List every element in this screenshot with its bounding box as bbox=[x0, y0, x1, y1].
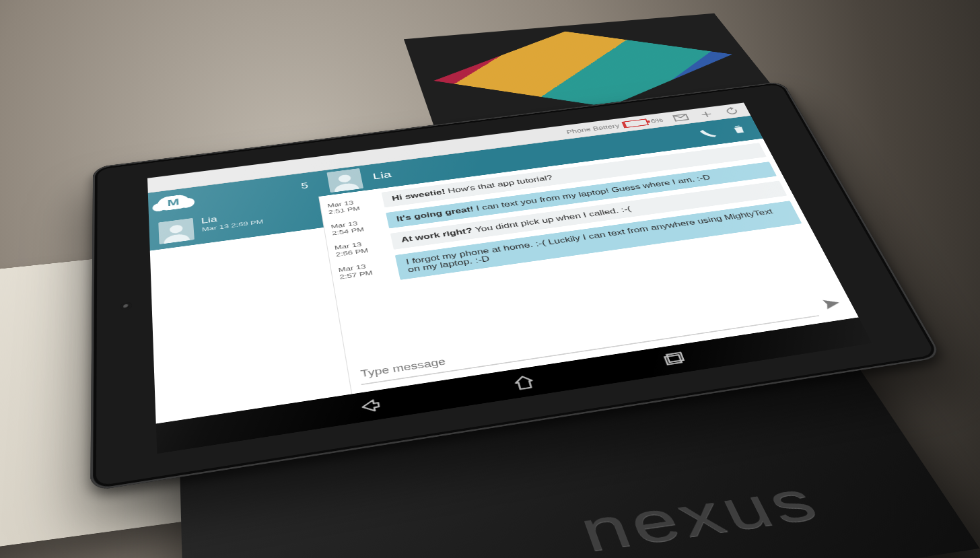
battery-icon bbox=[621, 118, 649, 128]
delete-icon[interactable] bbox=[729, 124, 749, 135]
refresh-icon[interactable] bbox=[722, 106, 742, 116]
message-timestamp: Mar 132:51 PM bbox=[326, 193, 378, 216]
contact-avatar[interactable] bbox=[326, 168, 363, 193]
svg-point-0 bbox=[338, 174, 351, 183]
svg-point-1 bbox=[170, 224, 183, 234]
send-icon bbox=[820, 296, 844, 311]
message-timestamp: Mar 132:54 PM bbox=[330, 213, 382, 237]
add-icon[interactable] bbox=[697, 108, 716, 119]
mail-icon[interactable] bbox=[671, 112, 691, 123]
message-timestamp: Mar 132:57 PM bbox=[337, 256, 390, 281]
conversation-list: Lia Mar 13 2:59 PM bbox=[149, 197, 352, 424]
back-nav-icon[interactable] bbox=[357, 396, 382, 416]
front-camera bbox=[120, 302, 132, 310]
unread-count: 5 bbox=[300, 180, 309, 190]
call-icon[interactable] bbox=[699, 128, 719, 139]
home-nav-icon[interactable] bbox=[511, 373, 537, 392]
recent-nav-icon[interactable] bbox=[660, 351, 687, 369]
battery-percent: 6% bbox=[650, 117, 664, 125]
contact-name: Lia bbox=[372, 170, 392, 182]
nexus-logo-text: nexus bbox=[571, 469, 831, 558]
app-logo-letter: M bbox=[167, 197, 180, 209]
avatar bbox=[158, 218, 195, 244]
app-logo-icon[interactable]: M bbox=[158, 194, 190, 211]
message-timestamp: Mar 132:56 PM bbox=[333, 234, 386, 258]
svg-rect-3 bbox=[666, 353, 683, 362]
send-button[interactable] bbox=[820, 296, 845, 312]
